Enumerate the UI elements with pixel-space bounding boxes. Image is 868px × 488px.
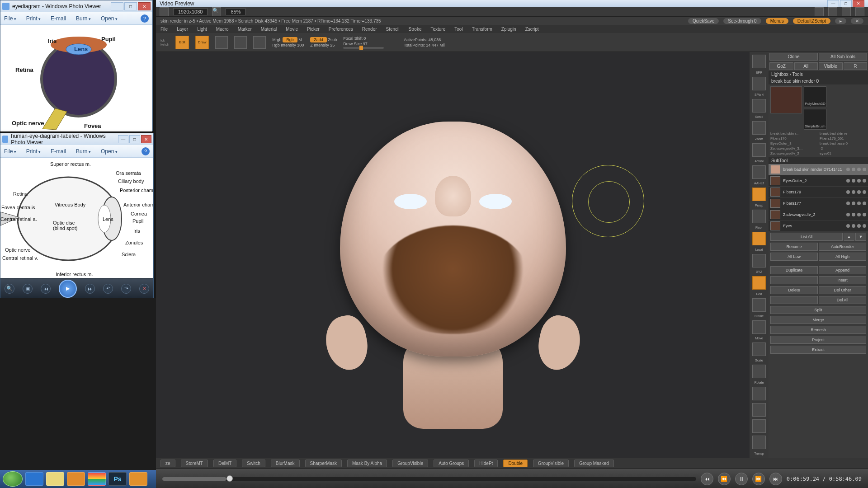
rstrip-button[interactable] [752,403,766,417]
email-menu[interactable]: E-mail [51,15,66,22]
seethrough-button[interactable]: See-through 0 [723,18,761,24]
rstrip-scroll[interactable] [752,99,766,113]
menu-render[interactable]: Render [362,27,377,32]
project-button[interactable]: Project [770,336,866,344]
remesh-button[interactable]: Remesh [770,326,866,334]
taskbar-explorer-icon[interactable] [46,472,64,486]
menus-button[interactable]: Menus [766,18,788,24]
slideshow-button[interactable]: ▶ [59,280,77,298]
maximize-button[interactable]: □ [124,2,137,10]
open-menu[interactable]: Open [101,148,118,155]
split-button[interactable]: Split [770,306,866,314]
pause-icon[interactable]: ⏸ [735,473,748,485]
close-button[interactable]: ✕ [138,2,151,10]
rstrip-button[interactable] [752,387,766,400]
draw-button[interactable]: Draw [195,36,209,49]
taskbar-ie-icon[interactable] [25,472,43,486]
scale-button[interactable] [234,36,247,49]
vprev-titlebar[interactable]: Video Preview — □ ✕ [156,0,868,7]
zoom-field[interactable]: 85% [226,8,245,15]
taskbar-media-icon[interactable] [67,472,85,486]
menu-texture[interactable]: Texture [430,27,445,32]
subtool-header[interactable]: SubTool [769,157,868,164]
z-intensity[interactable]: Z Intensity 25 [310,43,337,47]
rstrip-bpr[interactable] [752,55,766,68]
tool-button[interactable] [828,7,837,16]
draw-size-slider[interactable] [343,47,384,49]
menu-zplugin[interactable]: Zplugin [501,27,516,32]
file-menu[interactable]: File [4,15,16,22]
zadd-button[interactable]: Zadd [310,37,327,42]
minimize-button[interactable]: — [111,2,123,10]
subtool-row[interactable]: EyesOuter_2 [769,175,868,187]
subtool-row[interactable]: Zsdvswagvsdfv_2 [769,209,868,221]
search-icon[interactable]: 🔍 [212,7,221,16]
allhigh-button[interactable]: All High [819,253,866,261]
menu-movie[interactable]: Movie [286,27,298,32]
bbar-hidept[interactable]: HidePt [474,460,498,467]
clone-button[interactable]: Clone [769,53,818,61]
merge-button[interactable]: Merge [770,316,866,324]
all-subtools-button[interactable]: All SubTools [819,53,867,61]
print-menu[interactable]: Print [26,148,41,155]
delall-button[interactable]: Del All [819,296,866,304]
alllow-button[interactable]: All Low [770,253,818,261]
help-icon[interactable]: ? [142,147,150,155]
rstrip-persp[interactable] [752,188,766,201]
delete-icon[interactable]: ✕ [139,284,149,294]
rstrip-grid[interactable] [752,276,766,290]
project-item[interactable]: Fibers176 [770,136,817,141]
quicksave-button[interactable]: QuickSave [688,18,719,24]
subtool-row[interactable]: Eyes [769,221,868,232]
draw-size[interactable]: Draw Size 97 [343,42,384,46]
menu-macro[interactable]: Macro [216,27,229,32]
visible-button[interactable]: Visible [819,62,843,70]
bbar-group-masked[interactable]: Group Masked [574,460,614,467]
project-item[interactable]: eyes01 [820,151,866,155]
skip-end-icon[interactable]: ⏭ [769,473,782,485]
project-item[interactable]: Fibers176_001 [820,136,866,141]
rstrip-zoom[interactable] [752,121,766,135]
edit-button[interactable]: Edit [175,36,189,49]
tool-thumb[interactable]: PolyMesh3D [804,86,826,107]
menu-marker[interactable]: Marker [238,27,252,32]
bbar-groupvisible[interactable]: GroupVisible [392,460,428,467]
project-item[interactable]: Zsdvswagvsdfv_3… [770,146,817,150]
rgb-button[interactable]: Rgb [283,37,297,42]
close-button[interactable]: ✕ [851,18,863,24]
tool-button[interactable] [160,7,169,16]
delete-button[interactable]: Delete [770,286,818,294]
move-button[interactable] [215,36,228,49]
resolution-field[interactable]: 868x488 [173,8,208,15]
rgb-intensity[interactable]: Rgb Intensity 100 [272,43,304,47]
rotate-ccw-icon[interactable]: ↶ [103,284,113,294]
minimize-button[interactable]: — [118,135,128,143]
menu-transform[interactable]: Transform [472,27,492,32]
next-icon[interactable]: ⏭ [85,284,95,294]
append-button[interactable]: Append [819,266,866,274]
menu-picker[interactable]: Picker [307,27,320,32]
project-item[interactable]: break bad base 0 [820,141,866,145]
open-menu[interactable]: Open [101,15,118,22]
menu-preferences[interactable]: Preferences [329,27,353,32]
maximize-button[interactable]: □ [840,0,852,7]
subtool-row[interactable]: Fibers177 [769,198,868,209]
project-item[interactable]: -2 [820,146,866,150]
file-menu[interactable]: File [4,148,16,155]
rstrip-local[interactable] [752,232,766,245]
bbar-blurmask[interactable]: BlurMask [271,460,300,467]
bbar-auto-groups[interactable]: Auto Groups [434,460,469,467]
maximize-button[interactable]: □ [129,135,140,143]
zoom-out-icon[interactable]: 🔍 [5,284,14,294]
rstrip-rotate[interactable] [752,365,766,378]
menu-zscript[interactable]: Zscript [525,27,539,32]
close-button[interactable]: ✕ [141,135,151,143]
defaultzscript-button[interactable]: DefaultZScript [793,18,830,24]
bbar-ze[interactable]: ze [160,460,175,467]
skip-start-icon[interactable]: ⏮ [701,473,713,485]
menu-layer[interactable]: Layer [177,27,188,32]
duplicate-button[interactable]: Duplicate [770,266,818,274]
zbrush-canvas[interactable] [156,52,750,458]
rstrip-move[interactable] [752,320,766,334]
print-menu[interactable]: Print [26,15,41,22]
